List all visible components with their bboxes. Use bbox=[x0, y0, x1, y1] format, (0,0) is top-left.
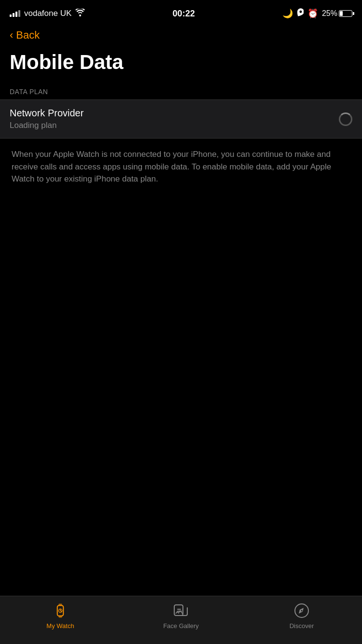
face-gallery-tab-label: Face Gallery bbox=[163, 622, 199, 630]
back-chevron-icon: ‹ bbox=[10, 30, 13, 41]
wifi-icon bbox=[75, 9, 85, 18]
back-label: Back bbox=[16, 29, 40, 42]
tab-discover[interactable]: Discover bbox=[241, 602, 362, 630]
status-right: 🌙 ⏰ 25% bbox=[282, 8, 352, 19]
svg-rect-6 bbox=[174, 605, 183, 616]
status-time: 00:22 bbox=[173, 9, 195, 19]
data-plan-section-header: DATA PLAN bbox=[0, 88, 362, 99]
status-bar: vodafone UK 00:22 🌙 ⏰ 25% bbox=[0, 0, 362, 24]
battery-container: 25% bbox=[322, 9, 352, 18]
mobile-data-description: When your Apple Watch is not connected t… bbox=[0, 139, 362, 195]
my-watch-icon bbox=[52, 602, 69, 619]
carrier-name: vodafone UK bbox=[24, 9, 71, 18]
network-loading-subtitle: Loading plan bbox=[10, 121, 84, 130]
my-watch-tab-label: My Watch bbox=[46, 622, 74, 630]
signal-bar-3 bbox=[15, 12, 17, 17]
signal-bar-4 bbox=[18, 10, 20, 17]
page-title: Mobile Data bbox=[0, 46, 362, 88]
network-provider-row[interactable]: Network Provider Loading plan bbox=[0, 100, 362, 138]
tab-bar: My Watch Face Gallery Discover bbox=[0, 596, 362, 644]
location-icon bbox=[297, 8, 304, 19]
signal-bars-icon bbox=[10, 10, 20, 17]
battery-percent: 25% bbox=[322, 9, 337, 18]
moon-icon: 🌙 bbox=[282, 8, 293, 19]
discover-icon bbox=[293, 602, 310, 619]
svg-point-9 bbox=[301, 610, 303, 612]
battery-icon bbox=[339, 10, 352, 17]
face-gallery-icon bbox=[172, 602, 190, 619]
signal-bar-2 bbox=[13, 13, 14, 17]
network-info: Network Provider Loading plan bbox=[10, 108, 84, 130]
battery-fill bbox=[340, 11, 343, 16]
svg-rect-2 bbox=[58, 616, 62, 618]
back-button[interactable]: ‹ Back bbox=[0, 24, 362, 46]
svg-rect-1 bbox=[58, 604, 62, 606]
signal-bar-1 bbox=[10, 14, 12, 17]
discover-tab-label: Discover bbox=[290, 622, 314, 630]
tab-face-gallery[interactable]: Face Gallery bbox=[121, 602, 241, 630]
tab-my-watch[interactable]: My Watch bbox=[0, 602, 121, 630]
status-left: vodafone UK bbox=[10, 9, 85, 18]
loading-spinner bbox=[339, 112, 352, 126]
svg-line-5 bbox=[60, 611, 62, 612]
network-provider-title: Network Provider bbox=[10, 108, 84, 119]
alarm-icon: ⏰ bbox=[307, 8, 318, 19]
